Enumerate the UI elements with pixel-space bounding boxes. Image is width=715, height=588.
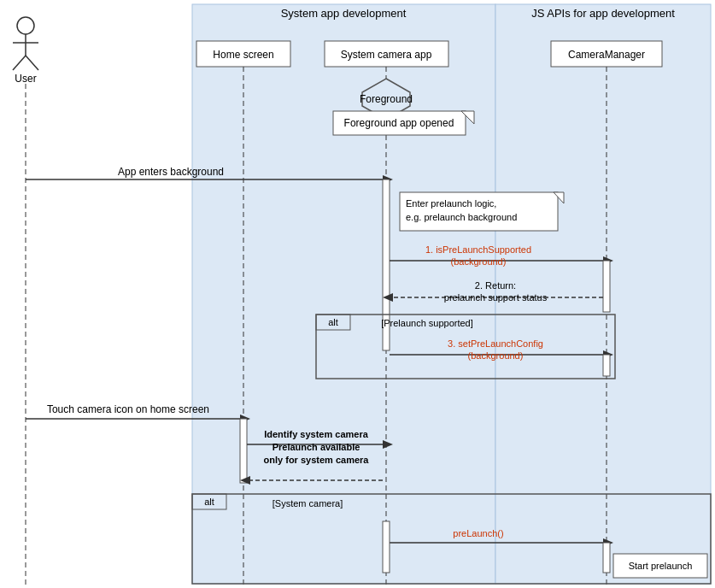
user-label: User: [15, 73, 36, 85]
jsapi-label: JS APIs for app development: [531, 7, 675, 20]
alt-label: alt: [328, 317, 338, 327]
msg-touch-label: Touch camera icon on home screen: [47, 403, 209, 415]
prelaunch-logic-text1: Enter prelaunch logic,: [406, 198, 496, 209]
activation-cameramanager2: [603, 355, 610, 376]
foreground-app-label: Foreground app opened: [344, 117, 454, 129]
user-leg-left: [13, 56, 26, 70]
sequence-diagram: System app development JS APIs for app d…: [0, 0, 715, 588]
start-prelaunch-label: Start prelaunch: [629, 561, 693, 571]
msg-identify-label3: only for system camera: [264, 455, 370, 465]
alt-condition: [Prelaunch supported]: [381, 318, 473, 328]
msg-setpre-label1: 3. setPreLaunchConfig: [448, 338, 543, 349]
msg-return-label1: 2. Return:: [475, 280, 516, 291]
user-leg-right: [26, 56, 38, 70]
msg-prelaunch-label: preLaunch(): [453, 528, 503, 538]
activation-homescreen: [240, 419, 247, 483]
prelaunch-logic-text2: e.g. prelaunch background: [406, 212, 517, 222]
activation-systemcamera2: [383, 521, 390, 573]
alt2-label: alt: [204, 497, 214, 507]
msg-ispre-label2: (background): [451, 256, 507, 267]
activation-cameramanager3: [603, 543, 610, 573]
system-app-label: System app development: [281, 7, 407, 20]
msg-identify-label2: Prelaunch available: [273, 442, 360, 452]
cameramanager-label: CameraManager: [568, 49, 645, 61]
foreground-label: Foreground: [360, 93, 413, 105]
activation-cameramanager1: [603, 261, 610, 312]
systemcamera-label: System camera app: [341, 49, 432, 61]
msg-setpre-label2: (background): [468, 350, 524, 361]
msg-app-enters-bg-label: App enters background: [118, 166, 224, 178]
user-head: [17, 17, 34, 34]
msg-ispre-label1: 1. isPreLaunchSupported: [425, 244, 531, 255]
msg-identify-label1: Identify system camera: [264, 429, 369, 439]
msg-return-label2: prelaunch support status: [444, 292, 548, 303]
alt2-condition: [System camera]: [273, 498, 343, 509]
diagram-container: System app development JS APIs for app d…: [0, 0, 715, 588]
homescreen-label: Home screen: [213, 49, 273, 61]
